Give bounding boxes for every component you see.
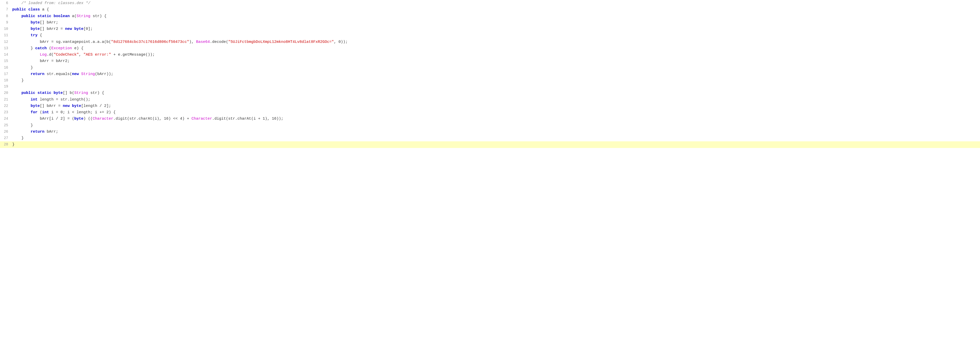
keyword-token: boolean <box>54 14 70 18</box>
plain-token: str) { <box>88 91 104 95</box>
classname-token: Exception <box>51 46 72 51</box>
plain-token <box>12 72 30 76</box>
classname-token: Log <box>40 52 47 57</box>
keyword-token: int <box>30 97 38 102</box>
classname-token: Character <box>93 117 113 121</box>
code-line-10: 10 byte[] bArr2 = new byte[0]; <box>0 26 980 32</box>
keyword-token: return <box>30 72 45 76</box>
keyword-token: byte <box>54 91 63 95</box>
line-content: /* loaded from: classes.dex */ <box>12 0 980 6</box>
line-number: 13 <box>0 46 12 51</box>
plain-token: } <box>12 123 33 127</box>
keyword-token: catch <box>35 46 47 51</box>
plain-token: bArr[i / 2] = ( <box>12 117 74 121</box>
plain-token <box>12 91 21 95</box>
plain-token: .digit(str.charAt(i + 1), 16)); <box>212 117 283 121</box>
plain-token <box>12 52 40 57</box>
line-number: 15 <box>0 59 12 64</box>
plain-token: .d( <box>47 52 54 57</box>
keyword-token: new <box>63 104 70 108</box>
plain-token: e) { <box>72 46 83 51</box>
keyword-token: byte <box>30 104 40 108</box>
plain-token: ( <box>47 46 51 51</box>
plain-token: } <box>12 136 24 140</box>
code-line-14: 14 Log.d("CodeCheck", "AES error:" + e.g… <box>0 51 980 58</box>
keyword-token: byte <box>72 104 81 108</box>
code-line-8: 8 public static boolean a(String str) { <box>0 13 980 19</box>
line-content: public static boolean a(String str) { <box>12 13 980 19</box>
classname-token: String <box>74 91 88 95</box>
plain-token: [] b( <box>63 91 74 95</box>
code-line-25: 25 } <box>0 122 980 129</box>
line-number: 22 <box>0 103 12 109</box>
line-content: byte[] bArr = new byte[length / 2]; <box>12 103 980 109</box>
code-line-15: 15 bArr = bArr2; <box>0 58 980 64</box>
line-content: try { <box>12 32 980 38</box>
plain-token <box>51 91 54 95</box>
plain-token: , 0)); <box>334 40 348 44</box>
line-number: 23 <box>0 110 12 115</box>
line-number: 12 <box>0 39 12 45</box>
line-content: public class a { <box>12 6 980 13</box>
plain-token: i = 0; i < length; i += 2) { <box>49 110 116 114</box>
line-number: 25 <box>0 123 12 128</box>
line-number: 24 <box>0 116 12 122</box>
plain-token <box>51 14 54 18</box>
code-line-16: 16 } <box>0 65 980 71</box>
code-editor: 6 /* loaded from: classes.dex */7public … <box>0 0 980 337</box>
classname-token: String <box>76 14 90 18</box>
plain-token <box>79 72 81 76</box>
code-line-18: 18 } <box>0 77 980 84</box>
line-number: 21 <box>0 97 12 103</box>
keyword-token: byte <box>74 117 83 121</box>
line-content: Log.d("CodeCheck", "AES error:" + e.getM… <box>12 52 980 58</box>
line-content: int length = str.length(); <box>12 97 980 103</box>
line-content: } <box>12 141 980 148</box>
code-line-17: 17 return str.equals(new String(bArr)); <box>0 71 980 77</box>
line-number: 11 <box>0 33 12 38</box>
keyword-token: new <box>72 72 79 76</box>
keyword-token: public <box>21 91 35 95</box>
plain-token: ) (( <box>83 117 93 121</box>
string-token: "CodeCheck" <box>54 52 79 57</box>
code-line-20: 20 public static byte[] b(String str) { <box>0 90 980 96</box>
comment-token: /* loaded from: classes.dex */ <box>12 1 90 5</box>
line-content: } <box>12 78 980 83</box>
line-content: return str.equals(new String(bArr)); <box>12 71 980 77</box>
plain-token: [] bArr = <box>40 104 63 108</box>
code-line-27: 27 } <box>0 135 980 141</box>
code-line-22: 22 byte[] bArr = new byte[length / 2]; <box>0 103 980 109</box>
line-content: byte[] bArr2 = new byte[0]; <box>12 26 980 32</box>
plain-token: ( <box>38 110 42 114</box>
classname-token: Character <box>191 117 212 121</box>
line-number: 20 <box>0 90 12 96</box>
line-content: for (int i = 0; i < length; i += 2) { <box>12 110 980 115</box>
code-line-11: 11 try { <box>0 32 980 38</box>
plain-token: str) { <box>90 14 107 18</box>
code-line-13: 13 } catch (Exception e) { <box>0 45 980 51</box>
plain-token <box>12 97 30 102</box>
plain-token: bArr; <box>45 130 58 134</box>
code-line-23: 23 for (int i = 0; i < length; i += 2) { <box>0 109 980 116</box>
plain-token <box>12 104 30 108</box>
line-content: } <box>12 135 980 141</box>
keyword-token: static <box>38 91 51 95</box>
keyword-token: int <box>42 110 49 114</box>
plain-token <box>70 104 72 108</box>
code-line-19: 19 <box>0 84 980 90</box>
line-number: 16 <box>0 65 12 71</box>
plain-token: } <box>12 46 35 51</box>
plain-token <box>12 110 30 114</box>
line-content: } <box>12 122 980 128</box>
string-token: "8d127684cbc37c17616d806cf50473cc" <box>111 40 189 44</box>
line-number: 8 <box>0 14 12 19</box>
plain-token: .decode( <box>210 40 228 44</box>
plain-token: ), <box>189 40 196 44</box>
plain-token: a( <box>70 14 76 18</box>
keyword-token: byte <box>74 27 83 31</box>
plain-token <box>72 27 74 31</box>
plain-token: [] bArr2 = <box>40 27 65 31</box>
plain-token: [] bArr; <box>40 21 58 25</box>
line-content: byte[] bArr; <box>12 20 980 25</box>
code-line-9: 9 byte[] bArr; <box>0 19 980 26</box>
